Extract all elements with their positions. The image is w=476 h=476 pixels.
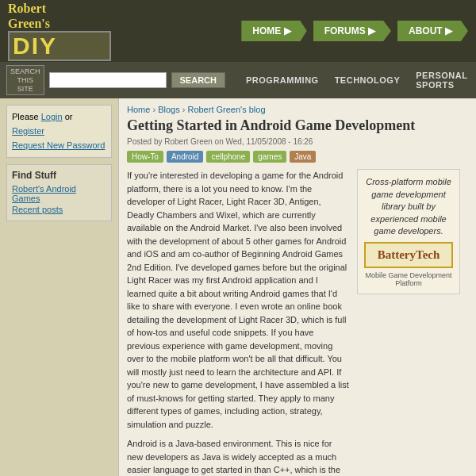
header-nav: HOME ▶ FORUMS ▶ ABOUT ▶ <box>241 21 468 41</box>
header: Robert Green's DIY HOME ▶ FORUMS ▶ ABOUT… <box>0 0 476 62</box>
main-layout: Please Login or Register Request New Pas… <box>0 98 476 476</box>
or-text: or <box>63 112 73 121</box>
breadcrumb-blog[interactable]: Robert Green's blog <box>187 105 265 114</box>
ad-box: Cross-platform mobile game development l… <box>357 169 460 294</box>
find-title: Find Stuff <box>12 170 106 181</box>
search-label: SEARCHTHIS SITE <box>6 65 44 95</box>
sidebar: Please Login or Register Request New Pas… <box>0 98 119 476</box>
article-meta: Posted by Robert Green on Wed, 11/05/200… <box>127 137 468 146</box>
article-tags: How-To Android cellphone games Java <box>127 151 468 163</box>
article-with-ad: If you're interested in developing a gam… <box>127 169 468 476</box>
ad-logo-text: BatteryTech <box>370 248 447 262</box>
ad-title: Cross-platform mobile game development l… <box>364 176 453 237</box>
logo-line1: Robert <box>8 2 46 15</box>
article-text: If you're interested in developing a gam… <box>127 169 349 476</box>
breadcrumb-blogs[interactable]: Blogs <box>158 105 180 114</box>
article-body: If you're interested in developing a gam… <box>127 169 349 476</box>
article-title: Getting Started in Android Game Developm… <box>127 117 468 134</box>
body-paragraph-1: If you're interested in developing a gam… <box>127 169 349 431</box>
recent-posts-link[interactable]: Recent posts <box>12 205 106 214</box>
content: Home › Blogs › Robert Green's blog Getti… <box>119 98 476 476</box>
tag-java[interactable]: Java <box>290 151 316 163</box>
logo-area: Robert Green's DIY <box>8 1 111 61</box>
register-link[interactable]: Register <box>12 126 44 136</box>
breadcrumb: Home › Blogs › Robert Green's blog <box>127 105 468 114</box>
logo-text: Robert Green's <box>8 1 111 31</box>
request-password-link[interactable]: Request New Password <box>12 140 105 150</box>
home-button[interactable]: HOME ▶ <box>241 21 306 41</box>
tag-android[interactable]: Android <box>167 151 203 163</box>
search-bar: SEARCHTHIS SITE SEARCH PROGRAMMING TECHN… <box>0 62 476 98</box>
logo-diy: DIY <box>8 31 111 61</box>
nav-technology[interactable]: TECHNOLOGY <box>327 72 409 88</box>
top-nav: PROGRAMMING TECHNOLOGY PERSONAL SPORTS R… <box>238 67 476 93</box>
about-button[interactable]: ABOUT ▶ <box>397 21 468 41</box>
login-box: Please Login or Register Request New Pas… <box>6 105 112 158</box>
login-please: Please <box>12 112 41 121</box>
tag-cellphone[interactable]: cellphone <box>206 151 250 163</box>
forums-button[interactable]: FORUMS ▶ <box>313 21 391 41</box>
search-button[interactable]: SEARCH <box>171 72 225 88</box>
breadcrumb-home[interactable]: Home <box>127 105 150 114</box>
logo-line2: Green's <box>8 17 50 30</box>
android-games-link[interactable]: Robert's Android Games <box>12 184 106 203</box>
search-input[interactable] <box>49 72 167 88</box>
tag-howto[interactable]: How-To <box>127 151 163 163</box>
body-paragraph-2: Android is a Java-based environment. Thi… <box>127 437 349 476</box>
nav-programming[interactable]: PROGRAMMING <box>238 72 327 88</box>
find-box: Find Stuff Robert's Android Games Recent… <box>6 164 112 221</box>
nav-personal-sports[interactable]: PERSONAL SPORTS <box>408 67 475 93</box>
tag-games[interactable]: games <box>253 151 286 163</box>
login-link[interactable]: Login <box>41 112 63 121</box>
article-sidebar: Cross-platform mobile game development l… <box>357 169 468 476</box>
ad-subtitle: Mobile Game Development Platform <box>364 271 453 287</box>
ad-logo[interactable]: BatteryTech <box>364 242 453 268</box>
